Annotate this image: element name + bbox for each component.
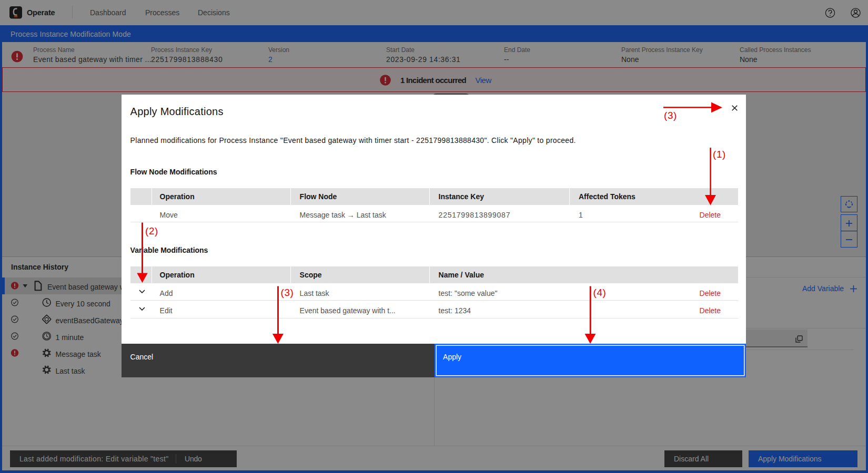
svg-text:(3): (3)	[281, 287, 294, 298]
svg-text:(3): (3)	[664, 110, 677, 121]
svg-text:(4): (4)	[593, 287, 607, 298]
svg-text:(1): (1)	[713, 149, 726, 160]
svg-text:(2): (2)	[145, 225, 158, 236]
